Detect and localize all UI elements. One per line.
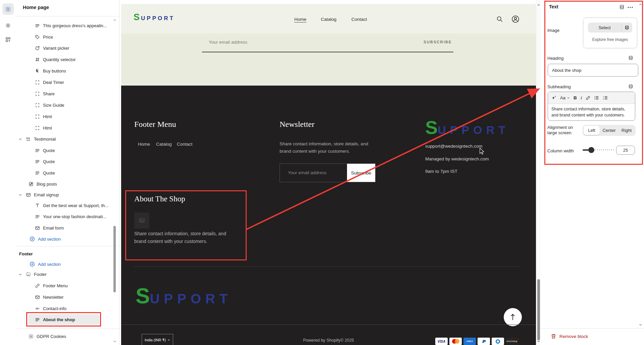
sidebar-item-heading-text[interactable]: This gorgeous dress's appealin... bbox=[35, 20, 107, 31]
footer-bottom-divider bbox=[121, 325, 536, 325]
footer-newsletter-text: Share contact information, store details… bbox=[280, 140, 380, 155]
sidebar-scrollbar[interactable] bbox=[112, 0, 117, 345]
app-blocks-icon bbox=[5, 37, 11, 42]
footer-menu-title: Footer Menu bbox=[134, 120, 176, 129]
app-block-brackets-icon bbox=[35, 125, 40, 131]
sidebar-item-newsletter[interactable]: Newsletter bbox=[35, 292, 63, 302]
chevron-down-icon bbox=[167, 339, 170, 341]
sidebar-item-email-form[interactable]: Email form bbox=[35, 223, 64, 233]
plus-circle-icon bbox=[30, 261, 35, 267]
footer-link-home[interactable]: Home bbox=[138, 142, 150, 147]
sidebar-scroll-thumb[interactable] bbox=[113, 226, 116, 292]
sidebar-item-share[interactable]: Share bbox=[35, 88, 55, 99]
sidebar-item-quote-3[interactable]: Quote bbox=[35, 167, 55, 178]
scroll-up-icon bbox=[113, 18, 116, 22]
visa-icon: VISA bbox=[435, 338, 448, 345]
app-block-brackets-icon bbox=[35, 91, 40, 96]
sidebar-item-quote-2[interactable]: Quote bbox=[35, 156, 55, 167]
powered-by-text: Powered by Shopify© 2025 bbox=[255, 338, 402, 343]
annotation-box-about-block bbox=[125, 190, 247, 260]
mouse-cursor bbox=[479, 148, 485, 155]
remove-block-button[interactable]: Remove block bbox=[551, 334, 588, 339]
app-contact-info-icon: P bbox=[35, 306, 40, 311]
text-lines-icon bbox=[35, 159, 40, 164]
app-block-brackets-icon bbox=[35, 102, 40, 108]
text-lines-icon bbox=[35, 214, 40, 219]
sidebar-item-signup-heading[interactable]: Get the best wear at Support, th... bbox=[35, 200, 108, 211]
svg-text:P: P bbox=[36, 306, 39, 310]
cursor-click-icon bbox=[35, 68, 40, 73]
footer-subscribe-button[interactable]: Subscribe bbox=[347, 164, 375, 182]
sidebar-item-deal-timer[interactable]: Deal Timer bbox=[35, 77, 64, 88]
trash-icon bbox=[551, 334, 556, 339]
footer-link-contact[interactable]: Contact bbox=[177, 142, 193, 147]
footer-email-link[interactable]: support@wedesigntech.com bbox=[425, 144, 483, 149]
rail-sections-button[interactable] bbox=[2, 3, 14, 15]
footer-group-header: Footer bbox=[19, 251, 33, 256]
account-icon[interactable] bbox=[511, 15, 519, 23]
footer-link-catalog[interactable]: Catalog bbox=[156, 142, 172, 147]
payment-icons: VISA AMEX P DISCOVER bbox=[435, 338, 518, 345]
sidebar-item-footer-section[interactable]: Footer bbox=[18, 269, 47, 280]
variant-picker-icon bbox=[35, 45, 40, 51]
sidebar-item-clipped[interactable] bbox=[18, 342, 31, 345]
footer-section-icon bbox=[26, 272, 31, 277]
sidebar-item-variant-picker[interactable]: Variant picker bbox=[35, 43, 69, 53]
sidebar-item-buy-buttons[interactable]: Buy buttons bbox=[35, 65, 66, 76]
sidebar-item-footer-menu[interactable]: Footer Menu bbox=[35, 280, 68, 291]
sidebar-item-html-2[interactable]: Html bbox=[35, 122, 52, 133]
discover-icon: DISCOVER bbox=[506, 338, 518, 345]
amex-icon: AMEX bbox=[463, 338, 476, 345]
rail-apps-button[interactable] bbox=[5, 36, 11, 43]
paypal-icon: P bbox=[478, 338, 490, 345]
arrow-up-icon bbox=[509, 313, 516, 321]
footer-email-input[interactable]: Your email address bbox=[288, 170, 327, 175]
sidebar-item-quantity-selector[interactable]: Quantity selector bbox=[35, 54, 76, 65]
sidebar-item-html-1[interactable]: Html bbox=[35, 111, 52, 122]
footer-email-form: Your email address Subscribe bbox=[280, 163, 376, 182]
icon-rail bbox=[0, 0, 16, 345]
shop-logo[interactable]: SUPPORT bbox=[134, 13, 175, 22]
sidebar-item-size-guide[interactable]: Size Guide bbox=[35, 100, 64, 110]
text-lines-icon bbox=[35, 23, 40, 28]
app-block-brackets-icon bbox=[35, 80, 40, 85]
plus-circle-icon bbox=[30, 236, 35, 242]
chevron-down-icon[interactable] bbox=[18, 273, 22, 276]
preview-scroll-thumb[interactable] bbox=[537, 279, 540, 340]
text-lines-icon bbox=[35, 148, 40, 153]
back-to-top-button[interactable] bbox=[504, 308, 522, 326]
sidebar-item-price[interactable]: Price bbox=[35, 32, 53, 42]
footer-hours-text: 9am to 7pm IST bbox=[425, 169, 457, 174]
text-lines-icon bbox=[35, 170, 40, 176]
chevron-down-icon[interactable] bbox=[18, 193, 22, 197]
text-T-icon bbox=[35, 203, 40, 208]
nav-contact[interactable]: Contact bbox=[351, 17, 367, 22]
annotation-box-sidebar-item bbox=[26, 312, 101, 327]
nav-catalog[interactable]: Catalog bbox=[321, 17, 337, 22]
search-icon[interactable] bbox=[496, 16, 503, 22]
rail-settings-button[interactable] bbox=[5, 22, 11, 29]
nav-home[interactable]: Home bbox=[294, 17, 306, 22]
footer-brand-logo: SUPPORT bbox=[425, 118, 509, 137]
sidebar-item-signup-subtext[interactable]: Your one-stop fashion destinati... bbox=[35, 211, 106, 222]
country-selector[interactable]: India (INR ₹) bbox=[142, 334, 173, 345]
sidebar-item-testimonial[interactable]: Testimonial bbox=[18, 134, 56, 144]
price-tag-icon bbox=[35, 34, 40, 40]
add-section-button-footer[interactable]: Add section bbox=[30, 259, 61, 269]
signup-subscribe-button[interactable]: SUBSCRIBE bbox=[424, 40, 452, 44]
chevron-down-icon[interactable] bbox=[18, 137, 22, 141]
footer-managed-text: Managed by wedesigntech.com bbox=[425, 156, 489, 161]
signup-email-placeholder[interactable]: Your email address bbox=[209, 40, 247, 45]
sidebar-item-blog-posts[interactable]: Blog posts bbox=[28, 179, 57, 189]
sidebar-item-email-signup[interactable]: Email signup bbox=[18, 189, 59, 200]
panel-scroll-down-icon bbox=[639, 323, 642, 327]
annotation-box-settings-panel bbox=[544, 1, 643, 165]
sidebar-item-gdpr-cookies[interactable]: GDPR Cookies bbox=[28, 331, 66, 342]
mastercard-icon bbox=[449, 338, 462, 345]
add-section-button-template[interactable]: Add section bbox=[30, 234, 61, 244]
footer-divider bbox=[134, 266, 520, 267]
app-block-brackets-icon bbox=[35, 114, 40, 119]
envelope-icon bbox=[35, 225, 40, 231]
sidebar-item-quote-1[interactable]: Quote bbox=[35, 145, 55, 156]
preview-scrollbar[interactable] bbox=[536, 0, 541, 345]
